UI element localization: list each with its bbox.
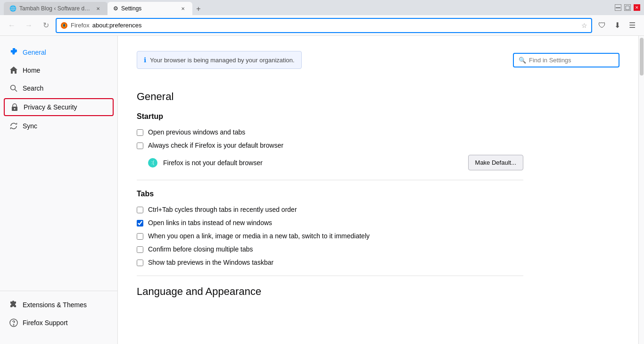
puzzle-icon [9, 301, 18, 309]
startup-section-title: Startup [137, 112, 523, 121]
sidebar-extensions-label: Extensions & Themes [23, 301, 87, 309]
scrollbar[interactable] [638, 36, 644, 344]
checkbox-open-links: Open links in tabs instead of new window… [137, 219, 523, 227]
ctrl-tab-label[interactable]: Ctrl+Tab cycles through tabs in recently… [148, 206, 297, 213]
tab-close-active[interactable]: ✕ [179, 5, 187, 12]
find-settings-box[interactable]: 🔍 [513, 53, 619, 67]
back-button[interactable]: ← [5, 18, 19, 33]
tabs-section-title: Tabs [137, 190, 523, 198]
confirm-close-checkbox[interactable] [137, 246, 143, 253]
home-icon [9, 66, 18, 75]
section-divider-1 [137, 180, 523, 180]
checkbox-switch-new: When you open a link, image or media in … [137, 232, 523, 240]
confirm-close-label[interactable]: Confirm before closing multiple tabs [148, 245, 253, 253]
checkbox-open-prev: Open previous windows and tabs [137, 128, 523, 136]
nav-right-actions: 🛡 ⬇ ☰ [595, 18, 639, 33]
default-browser-text: Firefox is not your default browser [163, 159, 462, 167]
tab-title-inactive: Tambah Blog ‹ Software dan Te... [19, 5, 91, 12]
close-button[interactable]: ✕ [634, 4, 640, 11]
minimize-button[interactable]: ─ [615, 4, 621, 11]
sidebar-item-extensions[interactable]: Extensions & Themes [0, 296, 117, 314]
sidebar-sync-label: Sync [23, 122, 37, 130]
window-controls: ─ □ ✕ [615, 4, 640, 11]
checkbox-tab-preview: Show tab previews in the Windows taskbar [137, 259, 523, 266]
tab-preview-checkbox[interactable] [137, 260, 143, 266]
sync-icon [9, 122, 18, 130]
scroll-thumb[interactable] [640, 38, 644, 76]
sidebar-item-general[interactable]: General [0, 43, 117, 61]
bookmark-icon[interactable]: ☆ [581, 22, 587, 29]
default-check-label[interactable]: Always check if Firefox is your default … [148, 142, 283, 149]
checkbox-ctrl-tab: Ctrl+Tab cycles through tabs in recently… [137, 206, 523, 213]
switch-new-checkbox[interactable] [137, 233, 143, 240]
top-bar: ℹ Your browser is being managed by your … [118, 36, 638, 76]
sad-face-icon [148, 158, 157, 168]
new-tab-button[interactable]: + [192, 3, 205, 15]
question-icon [9, 319, 18, 327]
settings-tab-favicon: ⚙ [113, 5, 118, 12]
navigation-bar: ← → ↻ Firefox about:preferences ☆ 🛡 ⬇ ☰ [0, 15, 644, 36]
sidebar-item-support[interactable]: Firefox Support [0, 314, 117, 332]
ctrl-tab-checkbox[interactable] [137, 207, 143, 213]
sidebar-item-search[interactable]: Search [0, 79, 117, 97]
browser-tab-inactive[interactable]: 🌐 Tambah Blog ‹ Software dan Te... ✕ [4, 2, 107, 15]
sidebar-item-sync[interactable]: Sync [0, 117, 117, 135]
managed-notice-text: Your browser is being managed by your or… [150, 57, 295, 64]
sidebar-search-label: Search [23, 84, 43, 92]
maximize-button[interactable]: □ [624, 4, 631, 11]
tab-bar: 🌐 Tambah Blog ‹ Software dan Te... ✕ ⚙ S… [4, 0, 615, 15]
language-section-title: Language and Appearance [137, 285, 523, 298]
svg-line-3 [15, 90, 17, 92]
sidebar-support-label: Firefox Support [23, 319, 68, 327]
sidebar-nav: General Home Search [0, 43, 117, 291]
forward-button[interactable]: → [22, 18, 36, 33]
checkbox-default-check: Always check if Firefox is your default … [137, 142, 523, 149]
info-icon: ℹ [144, 56, 146, 64]
lock-icon [10, 103, 19, 111]
sidebar-item-home[interactable]: Home [0, 61, 117, 79]
svg-point-5 [14, 108, 16, 109]
search-icon [9, 84, 18, 92]
sidebar-general-label: General [23, 49, 46, 56]
content-inner: General Startup Open previous windows an… [118, 76, 542, 317]
shield-icon[interactable]: 🛡 [595, 18, 609, 33]
open-links-checkbox[interactable] [137, 220, 143, 227]
default-browser-row: Firefox is not your default browser Make… [148, 155, 523, 170]
default-check-checkbox[interactable] [137, 143, 143, 149]
switch-new-label[interactable]: When you open a link, image or media in … [148, 232, 370, 240]
checkbox-confirm-close: Confirm before closing multiple tabs [137, 245, 523, 253]
sidebar-home-label: Home [23, 67, 40, 74]
page-title: General [137, 91, 523, 103]
gear-icon [9, 48, 18, 57]
menu-icon[interactable]: ☰ [625, 18, 639, 33]
open-prev-checkbox[interactable] [137, 129, 143, 136]
sidebar-bottom: Extensions & Themes Firefox Support [0, 291, 117, 336]
managed-notice: ℹ Your browser is being managed by your … [137, 51, 302, 69]
open-prev-label[interactable]: Open previous windows and tabs [148, 128, 245, 136]
tab-favicon: 🌐 [9, 5, 17, 12]
sidebar: General Home Search [0, 36, 118, 344]
find-settings-icon: 🔍 [519, 57, 526, 64]
browser-tab-active[interactable]: ⚙ Settings ✕ [107, 2, 192, 15]
tab-preview-label[interactable]: Show tab previews in the Windows taskbar [148, 259, 273, 266]
download-icon[interactable]: ⬇ [610, 18, 624, 33]
svg-point-7 [13, 325, 14, 326]
svg-point-2 [11, 85, 16, 90]
sidebar-privacy-label: Privacy & Security [24, 103, 77, 111]
reload-button[interactable]: ↻ [39, 18, 53, 33]
section-divider-2 [137, 276, 523, 276]
address-bar: Firefox about:preferences ☆ [56, 18, 592, 33]
content-area: ℹ Your browser is being managed by your … [118, 36, 638, 344]
open-links-label[interactable]: Open links in tabs instead of new window… [148, 219, 272, 227]
tab-close-inactive[interactable]: ✕ [94, 5, 102, 12]
firefox-icon [60, 22, 68, 29]
find-settings-input[interactable] [529, 57, 614, 64]
tab-title-active: Settings [121, 5, 176, 12]
address-url[interactable]: about:preferences [92, 22, 578, 29]
sidebar-item-privacy[interactable]: Privacy & Security [4, 98, 114, 116]
address-label: Firefox [71, 22, 90, 29]
window-chrome: 🌐 Tambah Blog ‹ Software dan Te... ✕ ⚙ S… [0, 0, 644, 15]
make-default-button[interactable]: Make Default... [468, 155, 523, 170]
main-layout: General Home Search [0, 36, 644, 344]
